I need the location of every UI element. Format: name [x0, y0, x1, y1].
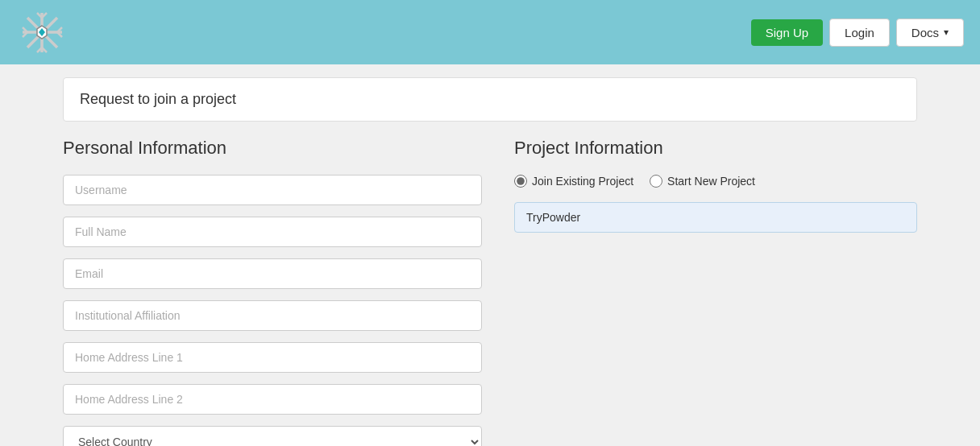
- address2-group: [63, 384, 482, 415]
- project-type-radio-group: Join Existing Project Start New Project: [514, 175, 917, 188]
- address1-input[interactable]: [63, 342, 482, 373]
- project-name-input[interactable]: [514, 202, 917, 233]
- signup-button[interactable]: Sign Up: [751, 19, 823, 46]
- page-title: Request to join a project: [80, 91, 900, 108]
- logo-icon: [16, 6, 69, 59]
- email-input[interactable]: [63, 258, 482, 289]
- project-info-section: Project Information Join Existing Projec…: [514, 138, 917, 446]
- main-content: Request to join a project Personal Infor…: [47, 77, 933, 446]
- start-new-label: Start New Project: [667, 175, 755, 188]
- docs-button[interactable]: Docs: [896, 19, 964, 47]
- header-nav: Sign Up Login Docs: [751, 19, 964, 47]
- country-group: Select Country: [63, 426, 482, 446]
- personal-info-section: Personal Information Select C: [63, 138, 482, 446]
- join-existing-label: Join Existing Project: [532, 175, 633, 188]
- fullname-input[interactable]: [63, 217, 482, 247]
- join-existing-radio-label[interactable]: Join Existing Project: [514, 175, 633, 188]
- country-select[interactable]: Select Country: [63, 426, 482, 446]
- start-new-radio-label[interactable]: Start New Project: [650, 175, 755, 188]
- address1-group: [63, 342, 482, 373]
- fullname-group: [63, 217, 482, 247]
- email-group: [63, 258, 482, 289]
- page-header: Request to join a project: [63, 77, 917, 122]
- join-existing-radio[interactable]: [514, 175, 527, 188]
- affiliation-input[interactable]: [63, 300, 482, 331]
- start-new-radio[interactable]: [650, 175, 662, 188]
- login-button[interactable]: Login: [829, 19, 890, 47]
- username-input[interactable]: [63, 175, 482, 205]
- username-group: [63, 175, 482, 205]
- project-info-title: Project Information: [514, 138, 917, 159]
- address2-input[interactable]: [63, 384, 482, 415]
- project-name-group: [514, 202, 917, 233]
- form-layout: Personal Information Select C: [63, 138, 917, 446]
- personal-info-title: Personal Information: [63, 138, 482, 159]
- header: Sign Up Login Docs: [0, 0, 980, 64]
- logo-area: [16, 6, 69, 59]
- affiliation-group: [63, 300, 482, 331]
